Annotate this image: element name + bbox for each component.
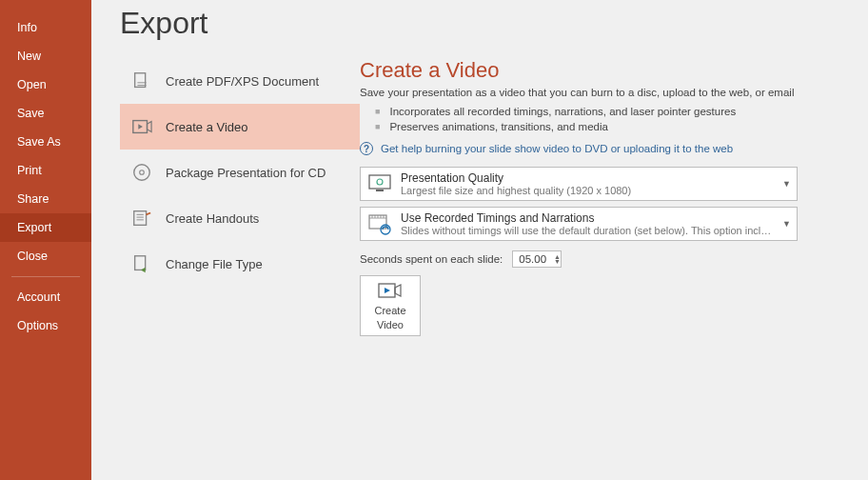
- timings-dropdown[interactable]: Use Recorded Timings and Narrations Slid…: [360, 207, 798, 241]
- svg-rect-6: [135, 256, 146, 270]
- create-video-button[interactable]: Create Video: [360, 275, 421, 336]
- bullet-icon: ■: [375, 107, 380, 116]
- dropdown-subtitle: Slides without timings will use the defa…: [401, 225, 776, 236]
- sidebar-item-account[interactable]: Account: [0, 283, 91, 311]
- detail-title: Create a Video: [360, 58, 839, 87]
- bullet-text: Preserves animations, transitions, and m…: [389, 121, 607, 132]
- sidebar-item-save-as[interactable]: Save As: [0, 128, 91, 156]
- export-option-label: Create a Video: [166, 120, 248, 134]
- seconds-value: 05.00: [519, 253, 546, 265]
- sidebar-item-print[interactable]: Print: [0, 156, 91, 185]
- detail-bullet: ■ Incorporates all recorded timings, nar…: [360, 104, 839, 119]
- sidebar-item-save[interactable]: Save: [0, 99, 91, 128]
- export-option-label: Create PDF/XPS Document: [166, 74, 319, 89]
- file-type-icon: [131, 253, 152, 274]
- export-option-handouts[interactable]: Create Handouts: [120, 195, 360, 241]
- video-icon: [131, 116, 152, 137]
- sidebar-item-info[interactable]: Info: [0, 13, 91, 42]
- seconds-row: Seconds spent on each slide: 05.00 ▲ ▼: [360, 247, 839, 275]
- sidebar-item-close[interactable]: Close: [0, 242, 91, 270]
- export-options-list: Create PDF/XPS Document Create a Video P…: [120, 58, 360, 336]
- export-option-label: Package Presentation for CD: [166, 166, 326, 180]
- dropdown-title: Presentation Quality: [401, 171, 776, 185]
- dropdown-subtitle: Largest file size and highest quality (1…: [401, 185, 776, 196]
- svg-marker-13: [385, 288, 390, 293]
- seconds-label: Seconds spent on each slide:: [360, 253, 503, 265]
- svg-rect-7: [369, 175, 390, 189]
- spinner-down-icon[interactable]: ▼: [554, 259, 561, 264]
- svg-point-4: [140, 170, 145, 175]
- create-video-icon: [378, 281, 403, 302]
- spinner-buttons[interactable]: ▲ ▼: [554, 254, 561, 264]
- sidebar-item-export[interactable]: Export: [0, 213, 91, 242]
- sidebar-item-open[interactable]: Open: [0, 70, 91, 99]
- handouts-icon: [131, 208, 152, 229]
- export-option-filetype[interactable]: Change File Type: [120, 241, 360, 287]
- export-option-label: Change File Type: [166, 257, 263, 271]
- svg-rect-5: [134, 211, 147, 226]
- quality-dropdown[interactable]: Presentation Quality Largest file size a…: [360, 167, 798, 201]
- chevron-down-icon: ▼: [782, 219, 791, 229]
- help-icon: ?: [360, 142, 373, 155]
- svg-rect-8: [376, 190, 384, 191]
- bullet-icon: ■: [375, 122, 380, 131]
- cd-icon: [131, 162, 152, 183]
- create-video-label-2: Video: [377, 319, 404, 330]
- help-link-text: Get help burning your slide show video t…: [381, 143, 733, 154]
- export-option-pdf[interactable]: Create PDF/XPS Document: [120, 58, 360, 104]
- sidebar-divider: [11, 276, 80, 277]
- export-detail-panel: Create a Video Save your presentation as…: [360, 58, 839, 336]
- monitor-icon: [366, 171, 393, 196]
- sidebar-item-share[interactable]: Share: [0, 185, 91, 213]
- detail-bullet: ■ Preserves animations, transitions, and…: [360, 119, 839, 134]
- dropdown-title: Use Recorded Timings and Narrations: [401, 211, 776, 225]
- sidebar-item-options[interactable]: Options: [0, 311, 91, 340]
- sidebar-item-new[interactable]: New: [0, 42, 91, 70]
- seconds-spinner[interactable]: 05.00 ▲ ▼: [512, 250, 562, 268]
- create-video-label-1: Create: [374, 305, 405, 316]
- page-title: Export: [120, 0, 839, 58]
- svg-point-9: [377, 179, 383, 185]
- help-link[interactable]: ? Get help burning your slide show video…: [360, 134, 839, 167]
- detail-description: Save your presentation as a video that y…: [360, 87, 839, 104]
- pdf-document-icon: [131, 70, 152, 91]
- bullet-text: Incorporates all recorded timings, narra…: [389, 106, 736, 117]
- main-panel: Export Create PDF/XPS Document Create a …: [91, 0, 868, 480]
- svg-marker-2: [138, 124, 143, 130]
- export-option-cd[interactable]: Package Presentation for CD: [120, 150, 360, 195]
- export-option-label: Create Handouts: [166, 211, 259, 226]
- export-option-video[interactable]: Create a Video: [120, 104, 360, 150]
- chevron-down-icon: ▼: [782, 179, 791, 189]
- svg-point-3: [134, 165, 150, 181]
- backstage-sidebar: Info New Open Save Save As Print Share E…: [0, 0, 91, 480]
- timings-icon: [366, 211, 393, 236]
